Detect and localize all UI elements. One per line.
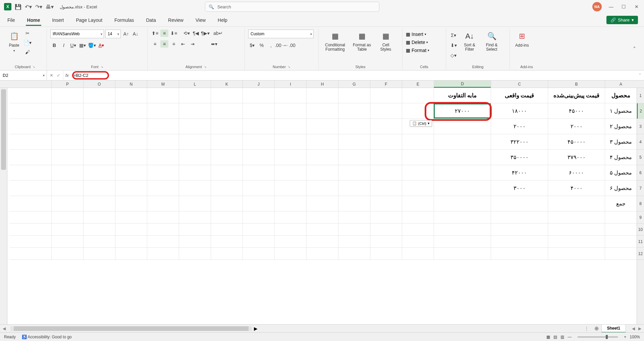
insert-cells-button[interactable]: ▦ Insert ▾	[406, 32, 426, 37]
add-sheet-button[interactable]: ⊕	[594, 325, 599, 332]
cell[interactable]	[243, 119, 274, 134]
cell[interactable]	[179, 119, 211, 134]
fx-icon[interactable]: fx	[63, 70, 71, 80]
cell[interactable]	[147, 224, 179, 235]
vertical-scrollbar[interactable]	[0, 88, 7, 324]
save-icon[interactable]: 💾	[15, 4, 21, 10]
tab-help[interactable]: Help	[216, 15, 229, 26]
cell[interactable]	[51, 103, 83, 118]
cell[interactable]	[147, 196, 179, 211]
autosum-icon[interactable]: Σ▾	[449, 32, 458, 39]
cell[interactable]: ۴۰۰۰	[548, 181, 605, 196]
clipboard-launcher-icon[interactable]: ↘	[33, 65, 35, 68]
cell[interactable]	[147, 150, 179, 165]
cell[interactable]	[115, 134, 147, 149]
increase-font-icon[interactable]: A↑	[122, 30, 130, 38]
col-header-I[interactable]: I	[274, 81, 306, 88]
percent-icon[interactable]: %	[258, 42, 266, 49]
cell[interactable]	[338, 119, 370, 134]
cell[interactable]	[370, 224, 402, 235]
font-size-combo[interactable]: 14	[105, 30, 121, 38]
cell[interactable]	[605, 224, 637, 235]
cell[interactable]	[434, 150, 491, 165]
cell[interactable]	[434, 248, 491, 259]
collapse-ribbon-icon[interactable]: ˄	[628, 28, 641, 70]
cell[interactable]	[434, 119, 491, 134]
cell[interactable]	[147, 103, 179, 118]
cell[interactable]	[211, 165, 243, 180]
cell[interactable]	[179, 103, 211, 118]
cell[interactable]	[491, 248, 548, 259]
tab-home[interactable]: Home	[26, 15, 42, 26]
cell[interactable]	[338, 165, 370, 180]
cell[interactable]	[211, 248, 243, 259]
cell[interactable]	[243, 181, 274, 196]
cell[interactable]	[83, 196, 115, 211]
cell[interactable]	[434, 165, 491, 180]
row-header-5[interactable]: 5	[637, 150, 644, 165]
share-button[interactable]: 🔗 Share ▾	[606, 16, 638, 24]
cell[interactable]	[83, 103, 115, 118]
cell[interactable]	[179, 211, 211, 223]
cell[interactable]	[211, 103, 243, 118]
cell[interactable]	[147, 165, 179, 180]
col-header-L[interactable]: L	[179, 81, 211, 88]
hscroll-left-icon[interactable]: ◀	[0, 326, 8, 331]
cell[interactable]	[370, 88, 402, 103]
cell[interactable]	[179, 165, 211, 180]
paste-options-tag[interactable]: 📋 (Ctrl) ▾	[410, 120, 432, 127]
cell[interactable]	[83, 248, 115, 259]
cell[interactable]	[274, 236, 306, 247]
cell[interactable]	[83, 150, 115, 165]
col-header-A[interactable]: A	[605, 81, 637, 88]
cell[interactable]	[338, 248, 370, 259]
cell[interactable]: محصول	[605, 88, 637, 103]
decrease-font-icon[interactable]: A↓	[131, 30, 140, 38]
cell[interactable]	[83, 165, 115, 180]
align-middle-icon[interactable]: ≡	[160, 30, 168, 37]
cell[interactable]	[338, 211, 370, 223]
cell[interactable]	[243, 248, 274, 259]
avatar[interactable]: NA	[592, 2, 602, 11]
print-icon[interactable]: 🖶▾	[46, 4, 54, 10]
cell[interactable]	[211, 181, 243, 196]
cell[interactable]	[370, 248, 402, 259]
align-right-icon[interactable]: ≡	[170, 40, 178, 48]
find-select-button[interactable]: 🔍Find & Select	[482, 30, 502, 53]
cell[interactable]	[338, 196, 370, 211]
redo-icon[interactable]: ↷▾	[35, 4, 42, 10]
cell[interactable]: ۴۵۰۰۰۰	[548, 134, 605, 149]
sheet-menu-icon[interactable]: ⋮	[582, 326, 592, 331]
number-format-combo[interactable]: Custom	[248, 30, 314, 38]
cell[interactable]	[147, 134, 179, 149]
sheet-nav-prev-icon[interactable]: ◀	[632, 326, 635, 331]
cell[interactable]	[338, 236, 370, 247]
cell[interactable]: محصول ۳	[605, 134, 637, 149]
tab-data[interactable]: Data	[145, 15, 157, 26]
format-cells-button[interactable]: ▦ Format ▾	[406, 48, 429, 53]
cell[interactable]	[402, 248, 434, 259]
cell[interactable]	[548, 248, 605, 259]
close-button[interactable]: ✕	[633, 4, 640, 9]
cell[interactable]	[211, 88, 243, 103]
cell[interactable]	[51, 150, 83, 165]
decrease-indent-icon[interactable]: ⇤	[179, 40, 187, 48]
cell[interactable]	[306, 211, 338, 223]
cell[interactable]	[402, 196, 434, 211]
cell[interactable]	[179, 150, 211, 165]
cell[interactable]	[179, 248, 211, 259]
cell[interactable]	[605, 211, 637, 223]
align-top-icon[interactable]: ⬆≡	[151, 30, 159, 37]
cell[interactable]	[51, 88, 83, 103]
underline-button[interactable]: U▾	[69, 42, 77, 49]
cell[interactable]	[179, 236, 211, 247]
cell[interactable]	[491, 211, 548, 223]
cell[interactable]	[548, 236, 605, 247]
tab-page-layout[interactable]: Page Layout	[74, 15, 104, 26]
cell[interactable]	[243, 196, 274, 211]
cell[interactable]	[147, 236, 179, 247]
cell[interactable]: ۴۵۰۰۰	[548, 103, 605, 118]
cell[interactable]	[51, 224, 83, 235]
cell[interactable]	[338, 150, 370, 165]
accessibility-status[interactable]: ♿ Accessibility: Good to go	[22, 335, 72, 339]
